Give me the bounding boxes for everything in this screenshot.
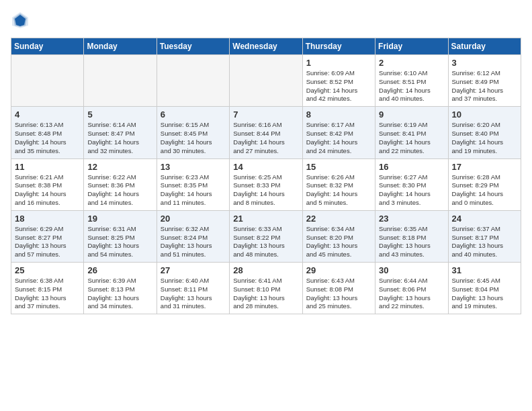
day-info: Sunrise: 6:35 AM Sunset: 8:18 PM Dayligh…	[379, 225, 444, 259]
calendar-week-row: 25Sunrise: 6:38 AM Sunset: 8:15 PM Dayli…	[11, 263, 521, 314]
day-number: 12	[87, 162, 152, 172]
day-info: Sunrise: 6:39 AM Sunset: 8:13 PM Dayligh…	[87, 277, 152, 311]
day-number: 7	[233, 109, 298, 120]
calendar-cell: 25Sunrise: 6:38 AM Sunset: 8:15 PM Dayli…	[11, 263, 84, 314]
day-info: Sunrise: 6:19 AM Sunset: 8:41 PM Dayligh…	[379, 121, 444, 155]
day-number: 25	[15, 265, 80, 275]
calendar-cell: 6Sunrise: 6:15 AM Sunset: 8:45 PM Daylig…	[157, 107, 229, 158]
calendar-cell: 12Sunrise: 6:22 AM Sunset: 8:36 PM Dayli…	[84, 158, 157, 210]
day-info: Sunrise: 6:27 AM Sunset: 8:30 PM Dayligh…	[379, 173, 444, 208]
day-number: 23	[379, 214, 444, 224]
day-number: 11	[15, 162, 80, 172]
calendar-cell: 29Sunrise: 6:43 AM Sunset: 8:08 PM Dayli…	[302, 263, 375, 314]
day-number: 28	[233, 265, 298, 275]
day-number: 2	[379, 58, 444, 68]
day-number: 31	[452, 265, 517, 275]
day-number: 19	[87, 214, 152, 224]
day-number: 30	[379, 265, 444, 275]
calendar-week-row: 11Sunrise: 6:21 AM Sunset: 8:38 PM Dayli…	[11, 158, 521, 210]
day-number: 16	[379, 162, 444, 172]
day-number: 22	[306, 214, 371, 224]
calendar-cell	[230, 55, 302, 107]
day-number: 1	[306, 58, 371, 68]
calendar-cell: 10Sunrise: 6:20 AM Sunset: 8:40 PM Dayli…	[448, 107, 521, 158]
day-info: Sunrise: 6:15 AM Sunset: 8:45 PM Dayligh…	[161, 121, 226, 155]
calendar-cell: 16Sunrise: 6:27 AM Sunset: 8:30 PM Dayli…	[375, 158, 448, 210]
day-number: 17	[452, 162, 517, 172]
calendar-cell: 24Sunrise: 6:37 AM Sunset: 8:17 PM Dayli…	[448, 210, 521, 262]
calendar-cell: 30Sunrise: 6:44 AM Sunset: 8:06 PM Dayli…	[375, 263, 448, 314]
calendar-cell: 8Sunrise: 6:17 AM Sunset: 8:42 PM Daylig…	[302, 107, 375, 158]
day-info: Sunrise: 6:25 AM Sunset: 8:33 PM Dayligh…	[233, 173, 298, 208]
day-number: 8	[306, 109, 371, 120]
calendar: SundayMondayTuesdayWednesdayThursdayFrid…	[11, 38, 521, 314]
calendar-cell	[157, 55, 229, 107]
day-info: Sunrise: 6:34 AM Sunset: 8:20 PM Dayligh…	[306, 225, 371, 259]
weekday-header-saturday: Saturday	[448, 38, 521, 55]
calendar-cell: 28Sunrise: 6:41 AM Sunset: 8:10 PM Dayli…	[230, 263, 302, 314]
day-info: Sunrise: 6:16 AM Sunset: 8:44 PM Dayligh…	[233, 121, 298, 155]
calendar-cell: 1Sunrise: 6:09 AM Sunset: 8:52 PM Daylig…	[302, 55, 375, 107]
day-info: Sunrise: 6:44 AM Sunset: 8:06 PM Dayligh…	[379, 277, 444, 311]
calendar-cell: 3Sunrise: 6:12 AM Sunset: 8:49 PM Daylig…	[448, 55, 521, 107]
day-info: Sunrise: 6:28 AM Sunset: 8:29 PM Dayligh…	[452, 173, 517, 208]
calendar-week-row: 1Sunrise: 6:09 AM Sunset: 8:52 PM Daylig…	[11, 55, 521, 107]
day-info: Sunrise: 6:23 AM Sunset: 8:35 PM Dayligh…	[161, 173, 226, 208]
day-info: Sunrise: 6:10 AM Sunset: 8:51 PM Dayligh…	[379, 69, 444, 103]
calendar-cell: 27Sunrise: 6:40 AM Sunset: 8:11 PM Dayli…	[157, 263, 229, 314]
day-number: 4	[15, 109, 80, 120]
weekday-header-tuesday: Tuesday	[157, 38, 229, 55]
day-info: Sunrise: 6:12 AM Sunset: 8:49 PM Dayligh…	[452, 69, 517, 103]
day-info: Sunrise: 6:45 AM Sunset: 8:04 PM Dayligh…	[452, 277, 517, 311]
day-info: Sunrise: 6:31 AM Sunset: 8:25 PM Dayligh…	[87, 225, 152, 259]
day-number: 18	[15, 214, 80, 224]
weekday-header-friday: Friday	[375, 38, 448, 55]
day-info: Sunrise: 6:33 AM Sunset: 8:22 PM Dayligh…	[233, 225, 298, 259]
day-info: Sunrise: 6:26 AM Sunset: 8:32 PM Dayligh…	[306, 173, 371, 208]
day-info: Sunrise: 6:38 AM Sunset: 8:15 PM Dayligh…	[15, 277, 80, 311]
day-info: Sunrise: 6:17 AM Sunset: 8:42 PM Dayligh…	[306, 121, 371, 155]
day-info: Sunrise: 6:41 AM Sunset: 8:10 PM Dayligh…	[233, 277, 298, 311]
day-info: Sunrise: 6:21 AM Sunset: 8:38 PM Dayligh…	[15, 173, 80, 208]
weekday-header-monday: Monday	[84, 38, 157, 55]
page-header	[11, 11, 521, 30]
day-number: 24	[452, 214, 517, 224]
calendar-cell: 23Sunrise: 6:35 AM Sunset: 8:18 PM Dayli…	[375, 210, 448, 262]
day-number: 15	[306, 162, 371, 172]
day-info: Sunrise: 6:22 AM Sunset: 8:36 PM Dayligh…	[87, 173, 152, 208]
day-info: Sunrise: 6:09 AM Sunset: 8:52 PM Dayligh…	[306, 69, 371, 103]
day-number: 5	[87, 109, 152, 120]
day-info: Sunrise: 6:29 AM Sunset: 8:27 PM Dayligh…	[15, 225, 80, 259]
day-info: Sunrise: 6:37 AM Sunset: 8:17 PM Dayligh…	[452, 225, 517, 259]
weekday-header-wednesday: Wednesday	[230, 38, 302, 55]
day-info: Sunrise: 6:40 AM Sunset: 8:11 PM Dayligh…	[161, 277, 226, 311]
calendar-cell: 18Sunrise: 6:29 AM Sunset: 8:27 PM Dayli…	[11, 210, 84, 262]
calendar-cell: 2Sunrise: 6:10 AM Sunset: 8:51 PM Daylig…	[375, 55, 448, 107]
calendar-cell: 15Sunrise: 6:26 AM Sunset: 8:32 PM Dayli…	[302, 158, 375, 210]
calendar-cell: 26Sunrise: 6:39 AM Sunset: 8:13 PM Dayli…	[84, 263, 157, 314]
day-info: Sunrise: 6:14 AM Sunset: 8:47 PM Dayligh…	[87, 121, 152, 155]
calendar-week-row: 4Sunrise: 6:13 AM Sunset: 8:48 PM Daylig…	[11, 107, 521, 158]
day-number: 13	[161, 162, 226, 172]
day-info: Sunrise: 6:43 AM Sunset: 8:08 PM Dayligh…	[306, 277, 371, 311]
day-number: 14	[233, 162, 298, 172]
day-number: 3	[452, 58, 517, 68]
calendar-cell	[11, 55, 84, 107]
weekday-header-thursday: Thursday	[302, 38, 375, 55]
day-info: Sunrise: 6:20 AM Sunset: 8:40 PM Dayligh…	[452, 121, 517, 155]
day-info: Sunrise: 6:32 AM Sunset: 8:24 PM Dayligh…	[161, 225, 226, 259]
day-number: 10	[452, 109, 517, 120]
day-number: 6	[161, 109, 226, 120]
calendar-cell: 17Sunrise: 6:28 AM Sunset: 8:29 PM Dayli…	[448, 158, 521, 210]
calendar-cell: 22Sunrise: 6:34 AM Sunset: 8:20 PM Dayli…	[302, 210, 375, 262]
calendar-cell: 14Sunrise: 6:25 AM Sunset: 8:33 PM Dayli…	[230, 158, 302, 210]
calendar-cell: 7Sunrise: 6:16 AM Sunset: 8:44 PM Daylig…	[230, 107, 302, 158]
day-number: 29	[306, 265, 371, 275]
day-number: 26	[87, 265, 152, 275]
calendar-cell	[84, 55, 157, 107]
weekday-header-row: SundayMondayTuesdayWednesdayThursdayFrid…	[11, 38, 521, 55]
calendar-cell: 31Sunrise: 6:45 AM Sunset: 8:04 PM Dayli…	[448, 263, 521, 314]
day-info: Sunrise: 6:13 AM Sunset: 8:48 PM Dayligh…	[15, 121, 80, 155]
calendar-cell: 11Sunrise: 6:21 AM Sunset: 8:38 PM Dayli…	[11, 158, 84, 210]
day-number: 9	[379, 109, 444, 120]
